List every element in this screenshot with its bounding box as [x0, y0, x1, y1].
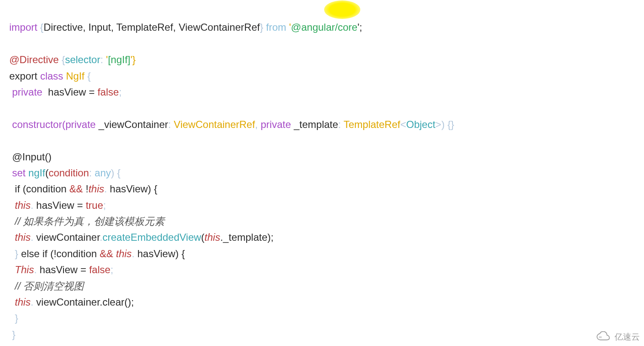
token-dot: .	[31, 232, 34, 243]
token-brace: {	[87, 70, 90, 82]
token-type: any	[95, 167, 111, 178]
token-dot: .	[104, 183, 107, 194]
token-dot: .	[31, 200, 34, 211]
token-keyword: private	[12, 86, 43, 98]
token-keyword: if	[15, 183, 20, 194]
token-angle: <	[400, 119, 406, 130]
token-operator: =	[80, 264, 86, 275]
token-identifier: viewContainer	[36, 232, 100, 243]
token-quote: ';	[357, 21, 362, 33]
token-brace: >) {}	[435, 119, 454, 130]
token-identifier: hasView	[48, 86, 86, 98]
token-string: @angular/core	[291, 21, 357, 33]
token-param: condition	[48, 167, 89, 178]
token-colon: :	[89, 167, 92, 178]
token-identifier: _template	[294, 119, 338, 130]
token-this: this	[15, 296, 30, 308]
token-identifier: viewContainer.clear();	[36, 296, 134, 308]
token-keyword: export	[9, 70, 37, 82]
token-string: [ngIf]	[108, 54, 130, 65]
token-quote: '}	[130, 54, 136, 65]
token-brace: }	[12, 329, 16, 340]
token-brace: }	[15, 248, 18, 259]
token-keyword: else if	[21, 248, 48, 259]
token-colon: :	[338, 119, 341, 130]
token-this: this	[15, 232, 30, 243]
token-identifier: hasView	[40, 264, 77, 275]
token-type: ViewContainerRef	[174, 119, 255, 130]
token-paren: (	[201, 232, 205, 243]
token-comment: // 否则清空视图	[15, 280, 84, 292]
token-dot: .	[132, 248, 135, 259]
token-semi: ;	[110, 264, 113, 275]
code-block: import {Directive, Input, TemplateRef, V…	[0, 0, 644, 346]
token-brace: }	[15, 312, 18, 324]
token-literal: false	[89, 264, 111, 275]
token-this: this	[15, 200, 30, 211]
svg-text:∞: ∞	[599, 335, 602, 339]
token-dot: .	[31, 296, 34, 308]
token-semi: ;	[103, 200, 106, 211]
token-paren: (	[23, 183, 26, 194]
token-operator: &&	[100, 248, 113, 259]
token-dot: .	[34, 264, 37, 275]
token-decorator: @Directive	[9, 54, 59, 65]
token-operator: =	[77, 200, 83, 211]
token-this: this	[116, 248, 132, 259]
highlight-circle	[324, 0, 360, 19]
token-literal: true	[86, 200, 103, 211]
token-this: This	[15, 264, 34, 275]
token-keyword: private	[261, 119, 291, 130]
token-keyword: import	[9, 21, 37, 33]
token-this: this	[88, 183, 104, 194]
token-type: Object	[406, 119, 435, 130]
token-identifier: hasView	[36, 200, 74, 211]
token-identifier: Directive, Input, TemplateRef, ViewConta…	[43, 21, 260, 33]
token-identifier: hasView) {	[110, 183, 157, 194]
token-keyword: from	[266, 21, 286, 33]
token-type: TemplateRef	[343, 119, 400, 130]
token-operator: &&	[69, 183, 83, 194]
token-identifier: condition	[26, 183, 67, 194]
token-identifier: _viewContainer	[98, 119, 168, 130]
token-identifier: ._template);	[220, 232, 274, 243]
token-brace: }	[260, 21, 263, 33]
token-keyword: private	[65, 119, 96, 130]
token-colon: :	[168, 119, 171, 130]
token-comma: ,	[255, 119, 258, 130]
watermark-text: 亿速云	[615, 330, 640, 343]
token-identifier: hasView) {	[137, 248, 185, 259]
token-comment: // 如果条件为真，创建该模板元素	[15, 216, 165, 227]
token-operator: =	[89, 86, 95, 98]
token-keyword: constructor(	[12, 119, 66, 130]
token-brace: ) {	[111, 167, 121, 178]
token-decorator: @Input()	[12, 151, 52, 162]
token-method: createEmbeddedView	[102, 232, 201, 243]
token-keyword: class	[40, 70, 63, 82]
cloud-icon: ∞	[595, 331, 612, 342]
token-property: selector	[65, 54, 100, 65]
token-method: ngIf	[28, 167, 45, 178]
token-keyword: set	[12, 167, 26, 178]
token-literal: false	[98, 86, 119, 98]
token-identifier: condition	[56, 248, 97, 259]
token-colon: :	[100, 54, 103, 65]
token-this: this	[205, 232, 220, 243]
watermark: ∞ 亿速云	[595, 330, 640, 343]
token-semi: ;	[119, 86, 122, 98]
token-classname: NgIf	[66, 70, 85, 82]
